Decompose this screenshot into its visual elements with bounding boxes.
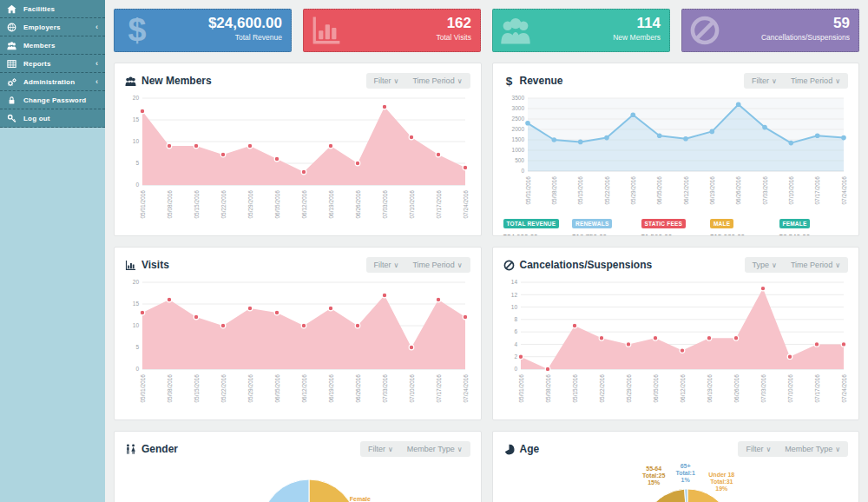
- svg-text:05/29/2016: 05/29/2016: [625, 374, 631, 403]
- svg-text:10: 10: [133, 138, 140, 144]
- filter-button[interactable]: Filter∨: [752, 76, 777, 85]
- svg-text:14: 14: [510, 279, 517, 285]
- legend-item-total-revenue: TOTAL REVENUE$24,600.00: [503, 214, 573, 236]
- time-period-button[interactable]: Time Period∨: [791, 76, 840, 85]
- svg-text:2500: 2500: [511, 116, 524, 122]
- legend-value: $8,240.00: [779, 233, 849, 236]
- svg-text:5: 5: [135, 344, 139, 350]
- filter-button[interactable]: Filter∨: [746, 445, 771, 453]
- svg-text:07/03/2016: 07/03/2016: [760, 374, 766, 403]
- svg-text:05/22/2016: 05/22/2016: [603, 176, 609, 205]
- chevron-down-icon: ∨: [835, 446, 840, 453]
- svg-text:05/29/2016: 05/29/2016: [247, 374, 253, 403]
- sidebar: FacilitiesEmployers‹MembersReports‹Admin…: [0, 0, 105, 502]
- svg-text:06/12/2016: 06/12/2016: [679, 374, 685, 403]
- filter-button[interactable]: Filter∨: [368, 445, 393, 453]
- svg-text:06/26/2016: 06/26/2016: [355, 374, 361, 403]
- chevron-down-icon: ∨: [835, 261, 840, 269]
- stat-card-new-members[interactable]: 114New Members: [492, 9, 670, 52]
- panel-cancelations-suspensions: Cancelations/SuspensionsType∨Time Period…: [492, 247, 860, 420]
- chevron-down-icon: ∨: [457, 77, 463, 85]
- svg-text:06/05/2016: 06/05/2016: [652, 374, 658, 403]
- svg-text:07/10/2016: 07/10/2016: [409, 190, 415, 219]
- stat-card-text: 59Cancellations/Suspensions: [761, 15, 850, 42]
- dollar-icon: $: [122, 15, 153, 46]
- panel-visits: VisitsFilter∨Time Period∨0510152005/01/2…: [114, 247, 482, 420]
- svg-text:06/26/2016: 06/26/2016: [735, 176, 741, 205]
- svg-text:3500: 3500: [511, 95, 524, 101]
- stat-card-text: 114New Members: [613, 15, 661, 42]
- time-period-button[interactable]: Time Period∨: [791, 261, 840, 269]
- svg-text:05/08/2016: 05/08/2016: [167, 190, 173, 219]
- stat-card-total-revenue[interactable]: $$24,600.00Total Revenue: [114, 9, 292, 52]
- sidebar-item-facilities[interactable]: Facilities: [0, 0, 105, 18]
- svg-text:0: 0: [135, 182, 139, 188]
- chevron-down-icon: ∨: [394, 77, 399, 85]
- ban-icon: [689, 15, 720, 46]
- filter-button[interactable]: Filter∨: [374, 261, 399, 269]
- stat-card-label: Total Visits: [437, 33, 471, 42]
- sidebar-item-members[interactable]: Members: [0, 36, 105, 55]
- svg-text:5: 5: [135, 160, 139, 166]
- svg-text:07/17/2016: 07/17/2016: [813, 374, 819, 403]
- svg-text:07/10/2016: 07/10/2016: [409, 374, 415, 403]
- svg-text:12: 12: [510, 292, 517, 298]
- svg-text:06/05/2016: 06/05/2016: [274, 190, 280, 219]
- sidebar-item-change-password[interactable]: Change Password: [0, 91, 105, 109]
- stat-cards-row: $$24,600.00Total Revenue162Total Visits1…: [114, 9, 859, 52]
- panel-title: New Members: [141, 75, 212, 87]
- panel-title: Gender: [141, 443, 178, 455]
- svg-text:07/10/2016: 07/10/2016: [786, 374, 792, 403]
- svg-text:07/03/2016: 07/03/2016: [382, 190, 388, 219]
- svg-text:05/08/2016: 05/08/2016: [167, 374, 173, 403]
- chevron-down-icon: ∨: [772, 77, 777, 85]
- chevron-down-icon: ∨: [388, 446, 393, 453]
- panel-controls: Filter∨Time Period∨: [366, 257, 470, 273]
- svg-text:07/17/2016: 07/17/2016: [814, 176, 820, 205]
- legend-value: $15,080.00: [710, 233, 779, 236]
- svg-text:05/22/2016: 05/22/2016: [220, 374, 227, 403]
- sidebar-item-reports[interactable]: Reports‹: [0, 55, 105, 73]
- svg-text:06/12/2016: 06/12/2016: [301, 374, 307, 403]
- svg-text:1500: 1500: [511, 136, 524, 142]
- stat-card-text: 162Total Visits: [437, 15, 471, 42]
- sidebar-item-employers[interactable]: Employers‹: [0, 18, 105, 36]
- chevron-left-icon: ‹: [95, 60, 98, 68]
- users-icon: [7, 41, 16, 50]
- key-icon: [7, 114, 16, 123]
- time-period-button[interactable]: Time Period∨: [412, 76, 462, 85]
- svg-text:06/12/2016: 06/12/2016: [682, 176, 688, 205]
- gears-icon: [7, 77, 16, 87]
- svg-text:05/29/2016: 05/29/2016: [629, 176, 635, 205]
- home-icon: [7, 4, 16, 14]
- filter-button[interactable]: Filter∨: [374, 76, 399, 85]
- sidebar-item-administration[interactable]: Administration‹: [0, 73, 105, 91]
- member-type-button[interactable]: Member Type∨: [785, 445, 840, 453]
- svg-text:05/01/2016: 05/01/2016: [524, 176, 530, 205]
- stat-card-cancellations-suspensions[interactable]: 59Cancellations/Suspensions: [681, 9, 859, 52]
- svg-text:06/26/2016: 06/26/2016: [733, 374, 739, 403]
- svg-text:4: 4: [514, 341, 517, 347]
- stat-card-text: $24,600.00Total Revenue: [208, 15, 282, 42]
- globe-icon: [7, 23, 16, 32]
- svg-text:07/17/2016: 07/17/2016: [436, 190, 442, 219]
- member-type-button[interactable]: Member Type∨: [407, 445, 463, 453]
- svg-text:06/12/2016: 06/12/2016: [301, 190, 307, 219]
- svg-text:15: 15: [133, 116, 140, 122]
- panel-controls: Filter∨Member Type∨: [738, 441, 848, 457]
- svg-text:6: 6: [514, 328, 517, 334]
- type-button[interactable]: Type∨: [753, 261, 777, 269]
- svg-text:07/24/2016: 07/24/2016: [840, 176, 846, 205]
- sidebar-item-log-out[interactable]: Log out: [0, 109, 105, 128]
- legend-badge: RENEWALS: [572, 219, 612, 228]
- gender-icon: [125, 444, 136, 455]
- svg-text:0: 0: [135, 366, 139, 372]
- stat-card-total-visits[interactable]: 162Total Visits: [303, 9, 481, 52]
- panel-header: Cancelations/SuspensionsType∨Time Period…: [503, 254, 849, 275]
- svg-text:06/05/2016: 06/05/2016: [274, 374, 280, 403]
- pie-label-55-64: 55-64Total:2515%: [642, 466, 665, 485]
- legend-item-renewals: RENEWALS$19,750.00: [572, 214, 641, 236]
- panel-controls: Filter∨Time Period∨: [744, 73, 848, 89]
- time-period-button[interactable]: Time Period∨: [412, 261, 462, 269]
- panel-revenue: $RevenueFilter∨Time Period∨0500100015002…: [492, 63, 860, 236]
